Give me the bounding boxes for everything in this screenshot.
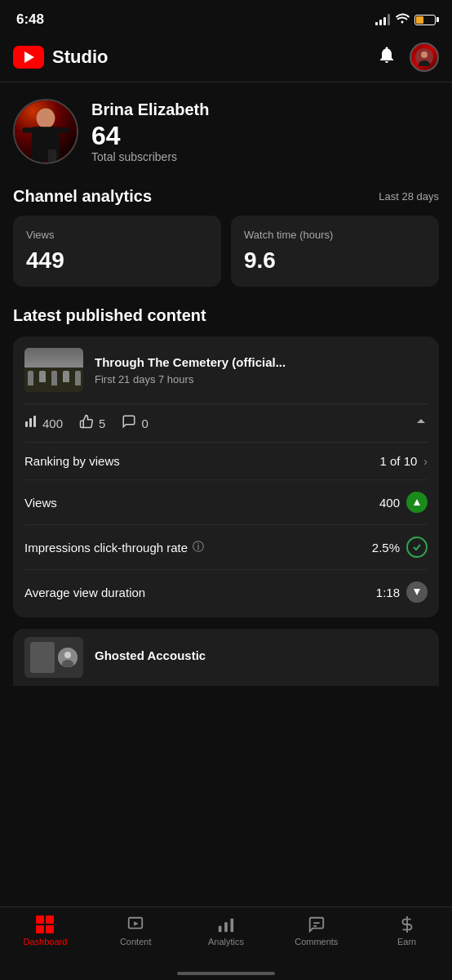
stat-likes: 5: [79, 414, 105, 432]
duration-label: Average view duration: [24, 586, 145, 599]
thumbs-up-icon: [79, 414, 94, 432]
app-header: Studio: [0, 36, 452, 82]
svg-rect-19: [219, 926, 222, 932]
svg-rect-10: [58, 127, 69, 133]
chevron-right-icon: ›: [423, 455, 428, 468]
bell-icon[interactable]: [377, 45, 397, 69]
svg-rect-21: [230, 919, 233, 933]
header-avatar[interactable]: [410, 42, 439, 72]
logo-area: Studio: [13, 46, 108, 69]
status-icons: [375, 12, 436, 27]
nav-earn[interactable]: Earn: [361, 915, 452, 947]
subscriber-count: 64: [91, 122, 439, 149]
analytics-title: Channel analytics: [13, 187, 152, 206]
subscriber-label: Total subscribers: [91, 150, 439, 163]
duration-row[interactable]: Average view duration 1:18: [24, 570, 428, 614]
status-bar: 6:48: [0, 0, 452, 36]
info-icon[interactable]: ⓘ: [193, 540, 204, 555]
stat-views-value: 400: [42, 416, 63, 430]
nav-earn-label: Earn: [397, 937, 416, 947]
svg-rect-8: [48, 149, 56, 163]
ctr-value-area: 2.5%: [372, 537, 428, 558]
content-icon: [126, 915, 144, 933]
svg-rect-7: [35, 149, 43, 163]
svg-rect-11: [25, 421, 28, 427]
ctr-check-badge: [406, 537, 428, 558]
signal-icon: [375, 14, 390, 25]
youtube-logo: [13, 46, 44, 69]
svg-marker-18: [134, 921, 139, 926]
comment-icon: [122, 414, 136, 432]
ranking-value: 1 of 10: [379, 454, 417, 468]
nav-dashboard[interactable]: Dashboard: [0, 915, 91, 947]
ctr-value: 2.5%: [372, 541, 400, 555]
content-card-1[interactable]: Through The Cemetery (official... First …: [13, 336, 439, 617]
views-card[interactable]: Views 449: [13, 216, 221, 287]
nav-comments-label: Comments: [295, 937, 338, 947]
duration-value: 1:18: [376, 586, 400, 599]
content-item-header: Through The Cemetery (official... First …: [13, 336, 439, 403]
content-details: Ranking by views 1 of 10 › Views 400: [13, 443, 439, 617]
content-subtitle-1: First 21 days 7 hours: [95, 373, 428, 385]
views-label: Views: [26, 229, 208, 241]
watchtime-value: 9.6: [244, 247, 426, 274]
channel-analytics-header: Channel analytics Last 28 days: [0, 180, 452, 216]
analytics-cards: Views 449 Watch time (hours) 9.6: [0, 216, 452, 303]
latest-content-section: Latest published content Through The C: [0, 303, 452, 696]
ranking-row[interactable]: Ranking by views 1 of 10 ›: [24, 443, 428, 480]
content-stats-row: 400 5 0: [13, 404, 439, 442]
views-detail-label: Views: [24, 496, 57, 510]
svg-point-1: [421, 51, 428, 58]
ctr-label: Impressions click-through rate: [24, 541, 188, 555]
battery-icon: [414, 15, 436, 25]
nav-analytics[interactable]: Analytics: [181, 915, 272, 947]
ctr-row[interactable]: Impressions click-through rate ⓘ 2.5%: [24, 525, 428, 570]
stat-comments-value: 0: [141, 416, 148, 430]
bottom-nav: Dashboard Content Analytics Comments E: [0, 906, 452, 980]
stat-likes-value: 5: [99, 416, 105, 430]
nav-content[interactable]: Content: [91, 915, 181, 947]
svg-point-5: [37, 108, 55, 128]
watchtime-label: Watch time (hours): [244, 229, 426, 241]
profile-info: Brina Elizabeth 64 Total subscribers: [91, 100, 439, 163]
ranking-value-area: 1 of 10 ›: [379, 454, 428, 468]
header-actions: [377, 42, 439, 72]
comments-icon: [308, 915, 326, 933]
content-meta-1: Through The Cemetery (official... First …: [95, 354, 428, 386]
svg-rect-12: [29, 418, 32, 427]
content-thumbnail-1: [24, 348, 83, 392]
ghost-thumbnail: [24, 637, 83, 678]
views-value: 449: [26, 247, 208, 274]
duration-down-badge: [406, 581, 428, 603]
profile-name: Brina Elizabeth: [91, 100, 439, 119]
play-icon: [24, 51, 34, 63]
analytics-period: Last 28 days: [379, 190, 439, 203]
stat-views: 400: [24, 415, 63, 431]
status-time: 6:48: [16, 11, 44, 28]
latest-content-title: Latest published content: [13, 306, 439, 325]
dashboard-icon: [36, 915, 54, 933]
nav-analytics-label: Analytics: [208, 937, 244, 947]
views-up-badge: [406, 492, 428, 513]
content-title-2: Ghosted Accoustic: [95, 648, 206, 664]
analytics-icon: [217, 915, 235, 933]
watchtime-card[interactable]: Watch time (hours) 9.6: [231, 216, 439, 287]
bar-chart-icon: [24, 415, 38, 431]
nav-dashboard-label: Dashboard: [23, 937, 67, 947]
duration-value-area: 1:18: [376, 581, 428, 603]
content-card-2-partial[interactable]: Ghosted Accoustic: [13, 629, 439, 686]
svg-rect-13: [33, 416, 36, 427]
wifi-icon: [395, 12, 410, 27]
expand-button[interactable]: [414, 415, 428, 432]
svg-point-15: [64, 652, 71, 658]
home-indicator: [177, 972, 275, 975]
views-detail-value: 400: [379, 496, 400, 510]
svg-rect-9: [23, 127, 33, 133]
stat-comments: 0: [122, 414, 148, 432]
svg-rect-20: [224, 922, 228, 932]
earn-icon: [398, 915, 416, 933]
nav-comments[interactable]: Comments: [271, 915, 361, 947]
profile-avatar: [13, 99, 78, 164]
views-row[interactable]: Views 400: [24, 480, 428, 525]
views-value-area: 400: [379, 492, 428, 513]
